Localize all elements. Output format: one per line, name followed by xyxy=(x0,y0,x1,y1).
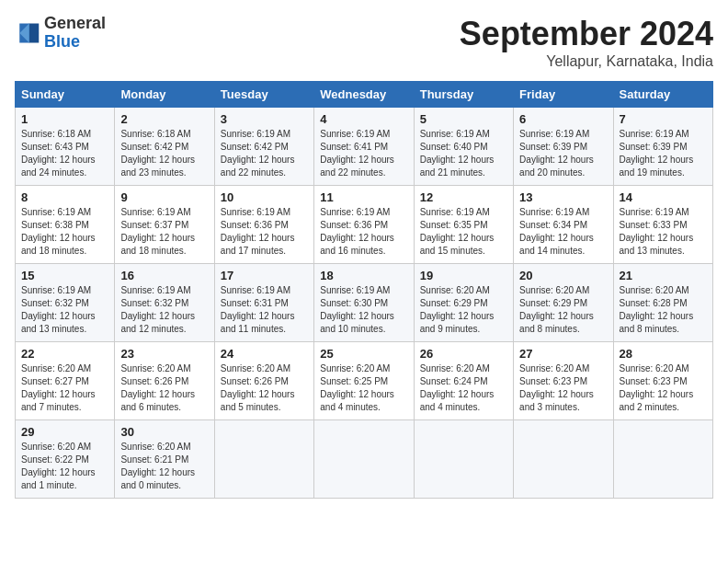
weekday-header: Friday xyxy=(514,82,613,108)
day-info: Sunrise: 6:19 AM Sunset: 6:34 PM Dayligh… xyxy=(519,206,607,258)
day-info: Sunrise: 6:20 AM Sunset: 6:27 PM Dayligh… xyxy=(21,362,108,414)
logo-text: General Blue xyxy=(44,15,106,52)
title-block: September 2024 Yellapur, Karnataka, Indi… xyxy=(460,15,713,70)
day-number: 16 xyxy=(120,269,208,282)
day-info: Sunrise: 6:19 AM Sunset: 6:39 PM Dayligh… xyxy=(620,128,707,179)
day-number: 9 xyxy=(120,190,208,204)
day-info: Sunrise: 6:18 AM Sunset: 6:42 PM Dayligh… xyxy=(120,128,208,179)
day-number: 17 xyxy=(221,269,308,282)
day-number: 12 xyxy=(420,190,507,204)
day-info: Sunrise: 6:20 AM Sunset: 6:22 PM Dayligh… xyxy=(21,441,108,492)
calendar-day-cell: 6Sunrise: 6:19 AM Sunset: 6:39 PM Daylig… xyxy=(514,108,613,186)
day-number: 22 xyxy=(21,347,108,361)
calendar-day-cell: 17Sunrise: 6:19 AM Sunset: 6:31 PM Dayli… xyxy=(214,264,313,342)
calendar-week-row: 1Sunrise: 6:18 AM Sunset: 6:43 PM Daylig… xyxy=(16,108,713,186)
calendar-week-row: 8Sunrise: 6:19 AM Sunset: 6:38 PM Daylig… xyxy=(16,186,713,264)
day-info: Sunrise: 6:20 AM Sunset: 6:23 PM Dayligh… xyxy=(519,362,607,414)
calendar-day-cell xyxy=(514,420,613,499)
day-info: Sunrise: 6:19 AM Sunset: 6:36 PM Dayligh… xyxy=(221,206,308,258)
weekday-header: Thursday xyxy=(414,82,513,108)
calendar-day-cell: 19Sunrise: 6:20 AM Sunset: 6:29 PM Dayli… xyxy=(414,264,513,342)
calendar-day-cell: 9Sunrise: 6:19 AM Sunset: 6:37 PM Daylig… xyxy=(115,186,214,264)
day-info: Sunrise: 6:20 AM Sunset: 6:21 PM Dayligh… xyxy=(120,441,208,492)
day-number: 2 xyxy=(120,112,208,126)
day-number: 3 xyxy=(221,112,308,126)
day-number: 11 xyxy=(320,190,407,204)
calendar-day-cell: 11Sunrise: 6:19 AM Sunset: 6:36 PM Dayli… xyxy=(314,186,414,264)
day-info: Sunrise: 6:18 AM Sunset: 6:43 PM Dayligh… xyxy=(21,128,108,179)
calendar-day-cell: 7Sunrise: 6:19 AM Sunset: 6:39 PM Daylig… xyxy=(613,108,712,186)
page-header: General Blue September 2024 Yellapur, Ka… xyxy=(15,15,713,70)
day-number: 28 xyxy=(620,347,707,361)
day-info: Sunrise: 6:20 AM Sunset: 6:29 PM Dayligh… xyxy=(519,284,607,336)
day-info: Sunrise: 6:20 AM Sunset: 6:26 PM Dayligh… xyxy=(120,362,208,414)
calendar-day-cell: 25Sunrise: 6:20 AM Sunset: 6:25 PM Dayli… xyxy=(314,342,414,420)
logo-icon xyxy=(15,20,40,46)
calendar-day-cell xyxy=(613,420,712,499)
calendar-day-cell: 22Sunrise: 6:20 AM Sunset: 6:27 PM Dayli… xyxy=(16,342,115,420)
day-number: 14 xyxy=(620,190,707,204)
day-info: Sunrise: 6:20 AM Sunset: 6:23 PM Dayligh… xyxy=(620,362,707,414)
day-number: 25 xyxy=(320,347,407,361)
weekday-header: Tuesday xyxy=(214,82,313,108)
day-number: 7 xyxy=(620,112,707,126)
calendar-week-row: 22Sunrise: 6:20 AM Sunset: 6:27 PM Dayli… xyxy=(16,342,713,420)
day-info: Sunrise: 6:19 AM Sunset: 6:37 PM Dayligh… xyxy=(120,206,208,258)
day-number: 18 xyxy=(320,269,407,282)
day-number: 21 xyxy=(620,269,707,282)
day-number: 26 xyxy=(420,347,507,361)
day-number: 13 xyxy=(519,190,607,204)
day-info: Sunrise: 6:19 AM Sunset: 6:40 PM Dayligh… xyxy=(420,128,507,179)
calendar-week-row: 29Sunrise: 6:20 AM Sunset: 6:22 PM Dayli… xyxy=(16,420,713,499)
weekday-header: Sunday xyxy=(16,82,115,108)
calendar-day-cell: 21Sunrise: 6:20 AM Sunset: 6:28 PM Dayli… xyxy=(613,264,712,342)
day-info: Sunrise: 6:19 AM Sunset: 6:36 PM Dayligh… xyxy=(320,206,407,258)
calendar-table: SundayMondayTuesdayWednesdayThursdayFrid… xyxy=(15,81,713,499)
day-info: Sunrise: 6:19 AM Sunset: 6:33 PM Dayligh… xyxy=(620,206,707,258)
day-number: 20 xyxy=(519,269,607,282)
calendar-header-row: SundayMondayTuesdayWednesdayThursdayFrid… xyxy=(16,82,713,108)
weekday-header: Saturday xyxy=(613,82,712,108)
calendar-day-cell: 29Sunrise: 6:20 AM Sunset: 6:22 PM Dayli… xyxy=(16,420,115,499)
day-number: 5 xyxy=(420,112,507,126)
month-title: September 2024 xyxy=(460,15,713,53)
svg-marker-1 xyxy=(29,23,40,42)
calendar-day-cell: 20Sunrise: 6:20 AM Sunset: 6:29 PM Dayli… xyxy=(514,264,613,342)
calendar-day-cell xyxy=(214,420,313,499)
calendar-day-cell: 8Sunrise: 6:19 AM Sunset: 6:38 PM Daylig… xyxy=(16,186,115,264)
day-info: Sunrise: 6:19 AM Sunset: 6:31 PM Dayligh… xyxy=(221,284,308,336)
day-number: 29 xyxy=(21,425,108,439)
calendar-day-cell: 26Sunrise: 6:20 AM Sunset: 6:24 PM Dayli… xyxy=(414,342,513,420)
calendar-day-cell: 16Sunrise: 6:19 AM Sunset: 6:32 PM Dayli… xyxy=(115,264,214,342)
calendar-day-cell: 30Sunrise: 6:20 AM Sunset: 6:21 PM Dayli… xyxy=(115,420,214,499)
day-number: 19 xyxy=(420,269,507,282)
calendar-day-cell: 2Sunrise: 6:18 AM Sunset: 6:42 PM Daylig… xyxy=(115,108,214,186)
calendar-day-cell: 10Sunrise: 6:19 AM Sunset: 6:36 PM Dayli… xyxy=(214,186,313,264)
calendar-day-cell xyxy=(414,420,513,499)
calendar-day-cell: 13Sunrise: 6:19 AM Sunset: 6:34 PM Dayli… xyxy=(514,186,613,264)
day-number: 8 xyxy=(21,190,108,204)
day-number: 27 xyxy=(519,347,607,361)
day-number: 6 xyxy=(519,112,607,126)
day-info: Sunrise: 6:19 AM Sunset: 6:42 PM Dayligh… xyxy=(221,128,308,179)
day-number: 30 xyxy=(120,425,208,439)
calendar-day-cell: 12Sunrise: 6:19 AM Sunset: 6:35 PM Dayli… xyxy=(414,186,513,264)
calendar-day-cell: 3Sunrise: 6:19 AM Sunset: 6:42 PM Daylig… xyxy=(214,108,313,186)
day-info: Sunrise: 6:19 AM Sunset: 6:38 PM Dayligh… xyxy=(21,206,108,258)
day-number: 10 xyxy=(221,190,308,204)
calendar-day-cell: 4Sunrise: 6:19 AM Sunset: 6:41 PM Daylig… xyxy=(314,108,414,186)
day-info: Sunrise: 6:20 AM Sunset: 6:26 PM Dayligh… xyxy=(221,362,308,414)
day-number: 15 xyxy=(21,269,108,282)
day-info: Sunrise: 6:19 AM Sunset: 6:35 PM Dayligh… xyxy=(420,206,507,258)
weekday-header: Wednesday xyxy=(314,82,414,108)
day-info: Sunrise: 6:20 AM Sunset: 6:29 PM Dayligh… xyxy=(420,284,507,336)
day-info: Sunrise: 6:19 AM Sunset: 6:39 PM Dayligh… xyxy=(519,128,607,179)
day-number: 23 xyxy=(120,347,208,361)
calendar-day-cell: 24Sunrise: 6:20 AM Sunset: 6:26 PM Dayli… xyxy=(214,342,313,420)
day-info: Sunrise: 6:19 AM Sunset: 6:32 PM Dayligh… xyxy=(120,284,208,336)
calendar-day-cell: 1Sunrise: 6:18 AM Sunset: 6:43 PM Daylig… xyxy=(16,108,115,186)
day-info: Sunrise: 6:19 AM Sunset: 6:32 PM Dayligh… xyxy=(21,284,108,336)
day-info: Sunrise: 6:19 AM Sunset: 6:41 PM Dayligh… xyxy=(320,128,407,179)
logo: General Blue xyxy=(15,15,106,52)
calendar-day-cell: 28Sunrise: 6:20 AM Sunset: 6:23 PM Dayli… xyxy=(613,342,712,420)
